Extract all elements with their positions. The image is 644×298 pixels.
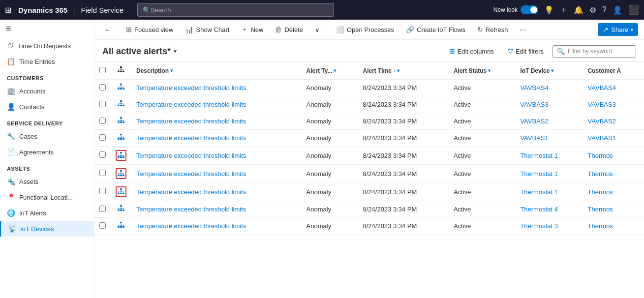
more-button[interactable]: ⋯ <box>515 24 531 36</box>
sidebar-item-agreements[interactable]: 📄 Agreements <box>0 144 94 160</box>
search-input[interactable] <box>151 6 329 14</box>
svg-rect-75 <box>123 209 124 211</box>
row-checkbox[interactable] <box>99 206 106 212</box>
iot-device-link[interactable]: Thermostat 1 <box>520 170 558 178</box>
customer-link[interactable]: Thermos <box>588 188 613 196</box>
edit-columns-button[interactable]: ⊞ Edit columns <box>444 45 499 58</box>
iot-device-link[interactable]: VAVBAS1 <box>520 134 548 142</box>
iot-device-link[interactable]: Thermostat 4 <box>520 206 558 213</box>
svg-rect-63 <box>120 188 122 190</box>
row-checkbox[interactable] <box>99 134 106 141</box>
create-iot-flows-button[interactable]: 🔗 Create IoT Flows <box>401 23 470 36</box>
row-checkbox-cell[interactable] <box>94 201 111 218</box>
description-link[interactable]: Temperature exceeded threshold limits <box>136 152 246 159</box>
row-checkbox[interactable] <box>99 188 106 194</box>
description-link[interactable]: Temperature exceeded threshold limits <box>136 222 246 230</box>
sidebar-item-time-entries[interactable]: 📋 Time Entries <box>0 54 94 69</box>
customer-link[interactable]: VAVBAS2 <box>588 118 616 125</box>
search-bar[interactable]: 🔍 <box>137 3 334 17</box>
description-link[interactable]: Temperature exceeded threshold limits <box>136 118 246 125</box>
filter-by-keyword-input[interactable] <box>568 48 632 55</box>
iot-device-link[interactable]: Thermostat 3 <box>520 222 558 230</box>
sidebar-item-time-on-requests[interactable]: ⏱ Time On Requests <box>0 38 94 54</box>
settings-icon[interactable]: ⚙ <box>589 5 596 15</box>
row-checkbox-cell[interactable] <box>94 147 111 165</box>
dropdown-button[interactable]: ∨ <box>310 24 325 36</box>
edit-filters-button[interactable]: ▽ Edit filters <box>503 45 549 58</box>
row-checkbox-cell[interactable] <box>94 113 111 130</box>
description-link[interactable]: Temperature exceeded threshold limits <box>136 101 246 108</box>
description-link[interactable]: Temperature exceeded threshold limits <box>136 170 246 178</box>
row-checkbox-cell[interactable] <box>94 165 111 183</box>
description-link[interactable]: Temperature exceeded threshold limits <box>136 84 246 91</box>
filter-by-keyword-input-container[interactable]: 🔍 <box>552 45 636 58</box>
row-checkbox-cell[interactable] <box>94 130 111 147</box>
row-checkbox[interactable] <box>99 101 106 107</box>
row-checkbox[interactable] <box>99 118 106 124</box>
select-all-checkbox-header[interactable] <box>94 62 111 80</box>
row-checkbox-cell[interactable] <box>94 80 111 96</box>
sidebar-item-cases[interactable]: 🔧 Cases <box>0 128 94 144</box>
col-customer-label: Customer A <box>588 67 621 74</box>
col-header-description[interactable]: Description ▾ <box>131 62 302 80</box>
open-processes-button[interactable]: ⬜ Open Processes <box>331 23 399 36</box>
col-header-customer[interactable]: Customer A <box>583 62 644 80</box>
iot-device-link[interactable]: VAVBAS3 <box>520 101 548 108</box>
show-chart-button[interactable]: 📊 Show Chart <box>180 23 234 36</box>
description-link[interactable]: Temperature exceeded threshold limits <box>136 206 246 213</box>
iot-device-link[interactable]: Thermostat 1 <box>520 152 558 159</box>
sidebar-label-functional-locations: Functional Locati... <box>19 194 73 201</box>
customer-link[interactable]: VAVBAS3 <box>588 101 616 108</box>
focused-view-button[interactable]: ⊞ Focused view <box>121 23 178 36</box>
row-checkbox[interactable] <box>99 84 106 90</box>
plus-icon[interactable]: ＋ <box>560 5 568 15</box>
sidebar-item-iot-devices[interactable]: 📡 IoT Devices <box>0 221 94 237</box>
refresh-button[interactable]: ↻ Refresh <box>472 23 513 36</box>
customer-link[interactable]: Thermos <box>588 222 613 230</box>
waffle-icon[interactable]: ⬛ <box>628 4 639 15</box>
customer-link[interactable]: VAVBAS1 <box>588 134 616 142</box>
col-header-alert-status[interactable]: Alert Status ▾ <box>449 62 515 80</box>
user-icon[interactable]: 👤 <box>613 5 622 15</box>
row-iot-device: Thermostat 4 <box>515 201 583 218</box>
sidebar-toggle[interactable]: ≡ <box>0 20 94 38</box>
row-checkbox-cell[interactable] <box>94 183 111 201</box>
col-header-alert-time[interactable]: Alert Time ↓ ▾ <box>358 62 448 80</box>
col-header-iot-device[interactable]: IoT Device ▾ <box>515 62 583 80</box>
row-alert-status: Active <box>449 80 515 96</box>
sidebar-item-accounts[interactable]: 🏢 Accounts <box>0 83 94 99</box>
row-checkbox-cell[interactable] <box>94 218 111 235</box>
row-checkbox-cell[interactable] <box>94 96 111 113</box>
help-icon[interactable]: ? <box>602 5 607 14</box>
iot-device-link[interactable]: VAVBAS4 <box>520 84 548 91</box>
iot-device-link[interactable]: Thermostat 1 <box>520 188 558 196</box>
row-checkbox[interactable] <box>99 151 106 158</box>
customer-link[interactable]: Thermos <box>588 170 613 178</box>
description-link[interactable]: Temperature exceeded threshold limits <box>136 134 246 142</box>
new-button[interactable]: ＋ New <box>236 23 268 36</box>
share-button[interactable]: ↗ Share ▾ <box>598 23 638 36</box>
back-button[interactable]: ← <box>100 24 115 36</box>
iot-device-link[interactable]: VAVBAS2 <box>520 118 548 125</box>
new-look-switch[interactable] <box>521 5 538 14</box>
grid-icon[interactable]: ⊞ <box>5 5 11 15</box>
customer-link[interactable]: VAVBAS4 <box>588 84 616 91</box>
description-link[interactable]: Temperature exceeded threshold limits <box>136 188 246 196</box>
new-look-toggle[interactable]: New look <box>493 5 538 14</box>
row-icon-cell <box>111 113 131 130</box>
customer-link[interactable]: Thermos <box>588 206 613 213</box>
sidebar-item-iot-alerts[interactable]: 🌐 IoT Alerts <box>0 205 94 221</box>
svg-rect-37 <box>118 138 120 140</box>
row-checkbox[interactable] <box>99 222 106 229</box>
sidebar-item-contacts[interactable]: 👤 Contacts <box>0 99 94 115</box>
delete-button[interactable]: 🗑 Delete <box>270 23 308 36</box>
sidebar-item-functional-locations[interactable]: 📍 Functional Locati... <box>0 189 94 205</box>
customer-link[interactable]: Thermos <box>588 152 613 159</box>
sidebar-item-assets[interactable]: 🔩 Assets <box>0 174 94 189</box>
col-header-alert-type[interactable]: Alert Ty... ▾ <box>302 62 358 80</box>
bell-icon[interactable]: 🔔 <box>574 5 583 15</box>
lightbulb-icon[interactable]: 💡 <box>544 5 554 15</box>
row-checkbox[interactable] <box>99 170 106 176</box>
grid-title-chevron[interactable]: ▾ <box>174 48 177 55</box>
select-all-checkbox[interactable] <box>99 67 106 73</box>
